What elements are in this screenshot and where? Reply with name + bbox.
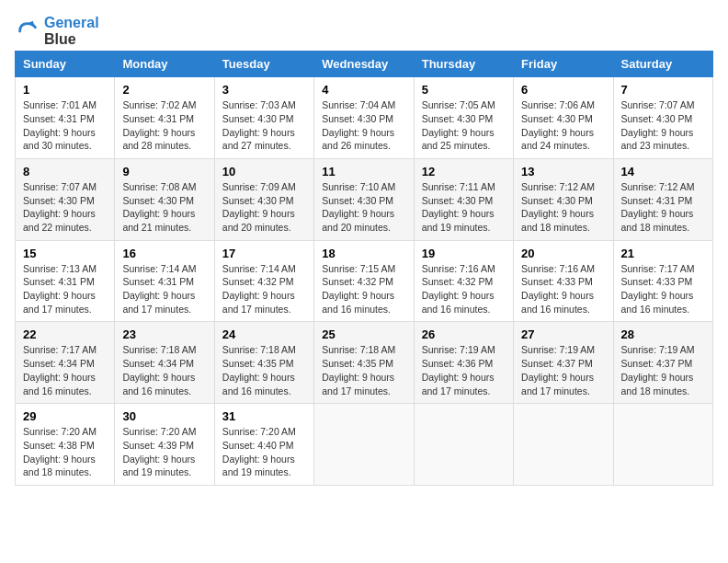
day-info: Sunrise: 7:07 AM Sunset: 4:30 PM Dayligh… bbox=[621, 98, 705, 153]
day-number: 4 bbox=[322, 83, 405, 97]
calendar-cell bbox=[613, 404, 712, 486]
calendar-cell: 17Sunrise: 7:14 AM Sunset: 4:32 PM Dayli… bbox=[214, 240, 313, 322]
calendar-week-row: 15Sunrise: 7:13 AM Sunset: 4:31 PM Dayli… bbox=[16, 240, 713, 322]
calendar-cell: 30Sunrise: 7:20 AM Sunset: 4:39 PM Dayli… bbox=[115, 404, 214, 486]
calendar-cell: 11Sunrise: 7:10 AM Sunset: 4:30 PM Dayli… bbox=[314, 158, 414, 240]
day-info: Sunrise: 7:18 AM Sunset: 4:34 PM Dayligh… bbox=[122, 343, 206, 397]
weekday-header-row: SundayMondayTuesdayWednesdayThursdayFrid… bbox=[16, 52, 713, 77]
calendar-cell: 16Sunrise: 7:14 AM Sunset: 4:31 PM Dayli… bbox=[115, 240, 214, 322]
day-number: 30 bbox=[122, 409, 206, 423]
weekday-header-cell: Saturday bbox=[613, 52, 712, 77]
calendar-cell: 31Sunrise: 7:20 AM Sunset: 4:40 PM Dayli… bbox=[214, 404, 313, 486]
calendar-cell: 25Sunrise: 7:18 AM Sunset: 4:35 PM Dayli… bbox=[314, 322, 414, 404]
day-info: Sunrise: 7:09 AM Sunset: 4:30 PM Dayligh… bbox=[222, 180, 306, 235]
weekday-header-cell: Monday bbox=[115, 52, 214, 77]
day-info: Sunrise: 7:17 AM Sunset: 4:34 PM Dayligh… bbox=[23, 343, 107, 397]
calendar-cell: 2Sunrise: 7:02 AM Sunset: 4:31 PM Daylig… bbox=[115, 77, 214, 159]
calendar-cell: 20Sunrise: 7:16 AM Sunset: 4:33 PM Dayli… bbox=[514, 240, 613, 322]
calendar-week-row: 22Sunrise: 7:17 AM Sunset: 4:34 PM Dayli… bbox=[16, 322, 713, 404]
day-info: Sunrise: 7:18 AM Sunset: 4:35 PM Dayligh… bbox=[222, 343, 306, 397]
logo: General Blue bbox=[15, 15, 99, 47]
day-info: Sunrise: 7:01 AM Sunset: 4:31 PM Dayligh… bbox=[23, 98, 107, 153]
day-info: Sunrise: 7:19 AM Sunset: 4:37 PM Dayligh… bbox=[621, 343, 705, 397]
weekday-header-cell: Sunday bbox=[16, 52, 115, 77]
calendar-cell: 9Sunrise: 7:08 AM Sunset: 4:30 PM Daylig… bbox=[115, 158, 214, 240]
day-info: Sunrise: 7:10 AM Sunset: 4:30 PM Dayligh… bbox=[322, 180, 405, 235]
calendar-cell: 10Sunrise: 7:09 AM Sunset: 4:30 PM Dayli… bbox=[214, 158, 313, 240]
calendar-cell: 15Sunrise: 7:13 AM Sunset: 4:31 PM Dayli… bbox=[16, 240, 115, 322]
logo-icon bbox=[15, 18, 40, 44]
logo-text: General Blue bbox=[44, 15, 99, 47]
calendar-cell: 23Sunrise: 7:18 AM Sunset: 4:34 PM Dayli… bbox=[115, 322, 214, 404]
day-info: Sunrise: 7:06 AM Sunset: 4:30 PM Dayligh… bbox=[521, 98, 605, 153]
day-info: Sunrise: 7:02 AM Sunset: 4:31 PM Dayligh… bbox=[122, 98, 206, 153]
day-info: Sunrise: 7:14 AM Sunset: 4:31 PM Dayligh… bbox=[122, 262, 206, 316]
calendar-cell: 18Sunrise: 7:15 AM Sunset: 4:32 PM Dayli… bbox=[314, 240, 414, 322]
day-number: 10 bbox=[222, 165, 306, 178]
day-number: 6 bbox=[521, 83, 605, 97]
day-info: Sunrise: 7:14 AM Sunset: 4:32 PM Dayligh… bbox=[222, 262, 306, 316]
day-number: 9 bbox=[122, 165, 206, 178]
calendar-cell: 6Sunrise: 7:06 AM Sunset: 4:30 PM Daylig… bbox=[514, 77, 613, 159]
calendar-cell bbox=[414, 404, 513, 486]
day-number: 13 bbox=[521, 165, 605, 178]
day-number: 28 bbox=[621, 327, 705, 341]
page-header: General Blue bbox=[15, 15, 713, 47]
calendar-cell: 24Sunrise: 7:18 AM Sunset: 4:35 PM Dayli… bbox=[214, 322, 313, 404]
day-info: Sunrise: 7:07 AM Sunset: 4:30 PM Dayligh… bbox=[23, 180, 107, 235]
day-number: 21 bbox=[621, 247, 705, 260]
calendar-cell: 13Sunrise: 7:12 AM Sunset: 4:30 PM Dayli… bbox=[514, 158, 613, 240]
day-info: Sunrise: 7:18 AM Sunset: 4:35 PM Dayligh… bbox=[322, 343, 405, 397]
day-number: 18 bbox=[322, 247, 405, 260]
day-number: 29 bbox=[23, 409, 107, 423]
calendar-cell: 3Sunrise: 7:03 AM Sunset: 4:30 PM Daylig… bbox=[214, 77, 313, 159]
calendar-cell: 27Sunrise: 7:19 AM Sunset: 4:37 PM Dayli… bbox=[514, 322, 613, 404]
calendar-cell: 26Sunrise: 7:19 AM Sunset: 4:36 PM Dayli… bbox=[414, 322, 513, 404]
day-number: 11 bbox=[322, 165, 405, 178]
day-number: 5 bbox=[422, 83, 506, 97]
day-info: Sunrise: 7:19 AM Sunset: 4:36 PM Dayligh… bbox=[422, 343, 506, 397]
day-info: Sunrise: 7:05 AM Sunset: 4:30 PM Dayligh… bbox=[422, 98, 506, 153]
calendar-cell: 8Sunrise: 7:07 AM Sunset: 4:30 PM Daylig… bbox=[16, 158, 115, 240]
day-info: Sunrise: 7:20 AM Sunset: 4:39 PM Dayligh… bbox=[122, 425, 206, 479]
calendar-week-row: 29Sunrise: 7:20 AM Sunset: 4:38 PM Dayli… bbox=[16, 404, 713, 486]
day-info: Sunrise: 7:16 AM Sunset: 4:33 PM Dayligh… bbox=[521, 262, 605, 316]
day-info: Sunrise: 7:03 AM Sunset: 4:30 PM Dayligh… bbox=[222, 98, 306, 153]
day-number: 31 bbox=[222, 409, 306, 423]
day-info: Sunrise: 7:20 AM Sunset: 4:38 PM Dayligh… bbox=[23, 425, 107, 479]
day-number: 2 bbox=[122, 83, 206, 97]
day-number: 24 bbox=[222, 327, 306, 341]
day-number: 8 bbox=[23, 165, 107, 178]
day-number: 3 bbox=[222, 83, 306, 97]
calendar-cell: 19Sunrise: 7:16 AM Sunset: 4:32 PM Dayli… bbox=[414, 240, 513, 322]
day-info: Sunrise: 7:19 AM Sunset: 4:37 PM Dayligh… bbox=[521, 343, 605, 397]
weekday-header-cell: Wednesday bbox=[314, 52, 414, 77]
day-info: Sunrise: 7:12 AM Sunset: 4:31 PM Dayligh… bbox=[621, 180, 705, 235]
day-info: Sunrise: 7:04 AM Sunset: 4:30 PM Dayligh… bbox=[322, 98, 405, 153]
day-info: Sunrise: 7:16 AM Sunset: 4:32 PM Dayligh… bbox=[422, 262, 506, 316]
calendar-cell bbox=[514, 404, 613, 486]
day-info: Sunrise: 7:17 AM Sunset: 4:33 PM Dayligh… bbox=[621, 262, 705, 316]
day-number: 20 bbox=[521, 247, 605, 260]
day-info: Sunrise: 7:13 AM Sunset: 4:31 PM Dayligh… bbox=[23, 262, 107, 316]
day-number: 16 bbox=[122, 247, 206, 260]
weekday-header-cell: Tuesday bbox=[214, 52, 313, 77]
day-number: 23 bbox=[122, 327, 206, 341]
calendar-cell: 21Sunrise: 7:17 AM Sunset: 4:33 PM Dayli… bbox=[613, 240, 712, 322]
calendar-cell: 7Sunrise: 7:07 AM Sunset: 4:30 PM Daylig… bbox=[613, 77, 712, 159]
day-number: 22 bbox=[23, 327, 107, 341]
day-number: 7 bbox=[621, 83, 705, 97]
calendar-cell: 14Sunrise: 7:12 AM Sunset: 4:31 PM Dayli… bbox=[613, 158, 712, 240]
weekday-header-cell: Thursday bbox=[414, 52, 513, 77]
calendar-cell: 28Sunrise: 7:19 AM Sunset: 4:37 PM Dayli… bbox=[613, 322, 712, 404]
calendar-cell: 22Sunrise: 7:17 AM Sunset: 4:34 PM Dayli… bbox=[16, 322, 115, 404]
day-number: 19 bbox=[422, 247, 506, 260]
calendar-cell: 12Sunrise: 7:11 AM Sunset: 4:30 PM Dayli… bbox=[414, 158, 513, 240]
day-info: Sunrise: 7:12 AM Sunset: 4:30 PM Dayligh… bbox=[521, 180, 605, 235]
weekday-header-cell: Friday bbox=[514, 52, 613, 77]
day-info: Sunrise: 7:08 AM Sunset: 4:30 PM Dayligh… bbox=[122, 180, 206, 235]
day-number: 26 bbox=[422, 327, 506, 341]
calendar-week-row: 8Sunrise: 7:07 AM Sunset: 4:30 PM Daylig… bbox=[16, 158, 713, 240]
day-info: Sunrise: 7:20 AM Sunset: 4:40 PM Dayligh… bbox=[222, 425, 306, 479]
calendar-cell: 5Sunrise: 7:05 AM Sunset: 4:30 PM Daylig… bbox=[414, 77, 513, 159]
